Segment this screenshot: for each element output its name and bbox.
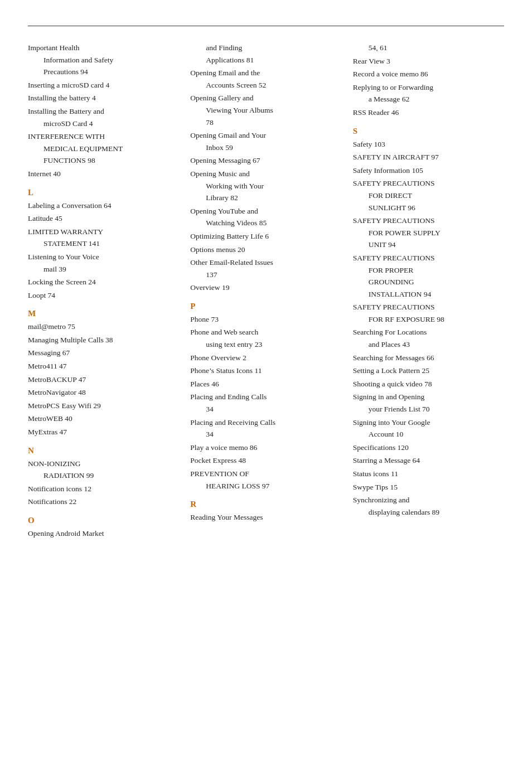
index-entry: Places 46 <box>190 378 341 390</box>
index-line: Managing Multiple Calls 38 <box>28 334 179 346</box>
index-line: RADIATION 99 <box>28 469 179 482</box>
index-entry: and FindingApplications 81 <box>190 42 341 66</box>
index-line: PREVENTION OF <box>190 468 341 480</box>
index-line: LIMITED WARRANTY <box>28 226 179 238</box>
index-line: STATEMENT 141 <box>28 238 179 250</box>
index-line: Places 46 <box>190 378 341 390</box>
index-entry: SAFETY PRECAUTIONSFOR DIRECTSUNLIGHT 96 <box>353 177 504 214</box>
index-line: Working with Your <box>190 180 341 192</box>
index-line: INSTALLATION 94 <box>353 288 504 301</box>
index-line: Labeling a Conversation 64 <box>28 200 179 212</box>
index-entry: LIMITED WARRANTYSTATEMENT 141 <box>28 226 179 250</box>
index-line: Opening Messaging 67 <box>190 154 341 167</box>
index-line: Applications 81 <box>190 54 341 66</box>
index-line: MetroNavigator 48 <box>28 386 179 399</box>
index-entry: MetroPCS Easy Wifi 29 <box>28 400 179 412</box>
index-line: MyExtras 47 <box>28 426 179 438</box>
index-entry: INTERFERENCE WITHMEDICAL EQUIPMENTFUNCTI… <box>28 130 179 167</box>
index-entry: Safety Information 105 <box>353 164 504 177</box>
index-line: Swype Tips 15 <box>353 481 504 493</box>
index-entry: Phone’s Status Icons 11 <box>190 365 341 377</box>
index-line: Information and Safety <box>28 54 179 66</box>
index-line: Placing and Receiving Calls <box>190 417 341 429</box>
index-entry: Listening to Your Voicemail 39 <box>28 251 179 275</box>
column-1: Important HealthInformation and SafetyPr… <box>28 42 179 541</box>
index-entry: Notification icons 12 <box>28 483 179 495</box>
index-columns: Important HealthInformation and SafetyPr… <box>28 42 504 541</box>
index-line: SAFETY PRECAUTIONS <box>353 301 504 313</box>
index-line: FUNCTIONS 98 <box>28 154 179 167</box>
index-entry: Reading Your Messages <box>190 511 341 524</box>
index-line: and Places 43 <box>353 338 504 351</box>
index-line: Library 82 <box>190 192 341 204</box>
index-line: Starring a Message 64 <box>353 454 504 467</box>
index-line: Specifications 120 <box>353 442 504 454</box>
index-line: Inbox 59 <box>190 142 341 154</box>
index-line: Rear View 3 <box>353 55 504 67</box>
index-entry: NON-IONIZINGRADIATION 99 <box>28 458 179 482</box>
index-entry: SAFETY PRECAUTIONSFOR PROPERGROUNDINGINS… <box>353 252 504 300</box>
index-line: 34 <box>190 403 341 415</box>
index-line: mail 39 <box>28 263 179 275</box>
index-line: Notifications 22 <box>28 496 179 508</box>
index-line: Safety Information 105 <box>353 164 504 177</box>
index-line: UNIT 94 <box>353 239 504 251</box>
index-line: Opening YouTube and <box>190 205 341 217</box>
index-line: SAFETY IN AIRCRAFT 97 <box>353 151 504 163</box>
index-entry: mail@metro 75 <box>28 321 179 333</box>
section-letter-s: S <box>353 127 504 136</box>
index-entry: SAFETY PRECAUTIONSFOR POWER SUPPLYUNIT 9… <box>353 215 504 251</box>
index-line: Installing the Battery and <box>28 105 179 118</box>
index-line: SAFETY PRECAUTIONS <box>353 252 504 264</box>
index-line: Internet 40 <box>28 168 179 180</box>
column-2: and FindingApplications 81Opening Email … <box>190 42 341 541</box>
index-entry: MetroWEB 40 <box>28 413 179 425</box>
index-entry: MetroBACKUP 47 <box>28 374 179 386</box>
index-line: displaying calendars 89 <box>353 506 504 519</box>
index-line: GROUNDING <box>353 276 504 288</box>
index-line: Account 10 <box>353 428 504 440</box>
index-line: MetroWEB 40 <box>28 413 179 425</box>
index-line: Safety 103 <box>353 138 504 151</box>
index-line: Shooting a quick video 78 <box>353 378 504 390</box>
index-line: Record a voice memo 86 <box>353 68 504 80</box>
index-line: mail@metro 75 <box>28 321 179 333</box>
index-entry: Overview 19 <box>190 282 341 294</box>
index-entry: Phone and Web searchusing text entry 23 <box>190 326 341 350</box>
index-entry: Shooting a quick video 78 <box>353 378 504 390</box>
index-line: Opening Android Market <box>28 527 179 540</box>
index-line: 137 <box>190 269 341 281</box>
index-line: SUNLIGHT 96 <box>353 202 504 214</box>
index-line: 34 <box>190 428 341 440</box>
index-entry: Installing the battery 4 <box>28 92 179 104</box>
index-entry: Messaging 67 <box>28 347 179 359</box>
index-entry: Searching For Locationsand Places 43 <box>353 326 504 350</box>
index-entry: Opening Gallery andViewing Your Albums78 <box>190 92 341 128</box>
index-line: Reading Your Messages <box>190 511 341 524</box>
index-line: Messaging 67 <box>28 347 179 359</box>
index-line: FOR DIRECT <box>353 190 504 202</box>
index-line: Pocket Express 48 <box>190 454 341 467</box>
index-line: your Friends List 70 <box>353 403 504 415</box>
index-line: Setting a Lock Pattern 25 <box>353 365 504 377</box>
index-entry: Opening Music andWorking with YourLibrar… <box>190 168 341 204</box>
index-line: FOR POWER SUPPLY <box>353 227 504 239</box>
index-line: Placing and Ending Calls <box>190 391 341 403</box>
index-line: Status icons 11 <box>353 468 504 480</box>
index-entry: RSS Reader 46 <box>353 106 504 119</box>
index-line: HEARING LOSS 97 <box>190 480 341 492</box>
index-line: Locking the Screen 24 <box>28 276 179 288</box>
index-entry: Signing in and Openingyour Friends List … <box>353 391 504 415</box>
index-entry: MyExtras 47 <box>28 426 179 438</box>
index-entry: Inserting a microSD card 4 <box>28 79 179 91</box>
index-line: Phone and Web search <box>190 326 341 338</box>
index-entry: Important HealthInformation and SafetyPr… <box>28 42 179 78</box>
index-line: Overview 19 <box>190 282 341 294</box>
index-entry: Setting a Lock Pattern 25 <box>353 365 504 377</box>
index-line: SAFETY PRECAUTIONS <box>353 177 504 190</box>
index-line: a Message 62 <box>353 93 504 105</box>
index-line: MEDICAL EQUIPMENT <box>28 143 179 155</box>
index-entry: MetroNavigator 48 <box>28 386 179 399</box>
index-line: FOR RF EXPOSURE 98 <box>353 313 504 326</box>
index-line: microSD Card 4 <box>28 118 179 130</box>
